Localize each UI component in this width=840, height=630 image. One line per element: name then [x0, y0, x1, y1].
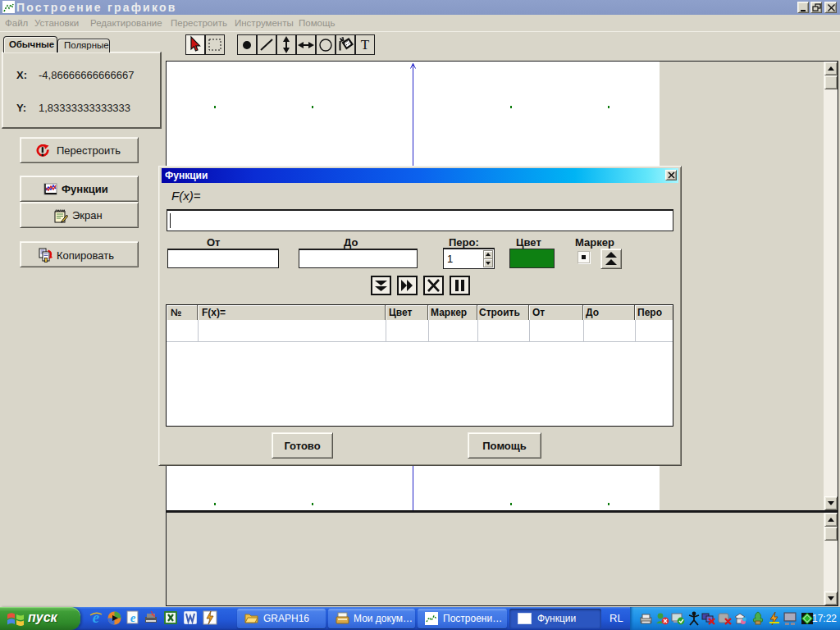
svg-text:T: T	[361, 37, 370, 52]
svg-text:e: e	[130, 611, 136, 624]
